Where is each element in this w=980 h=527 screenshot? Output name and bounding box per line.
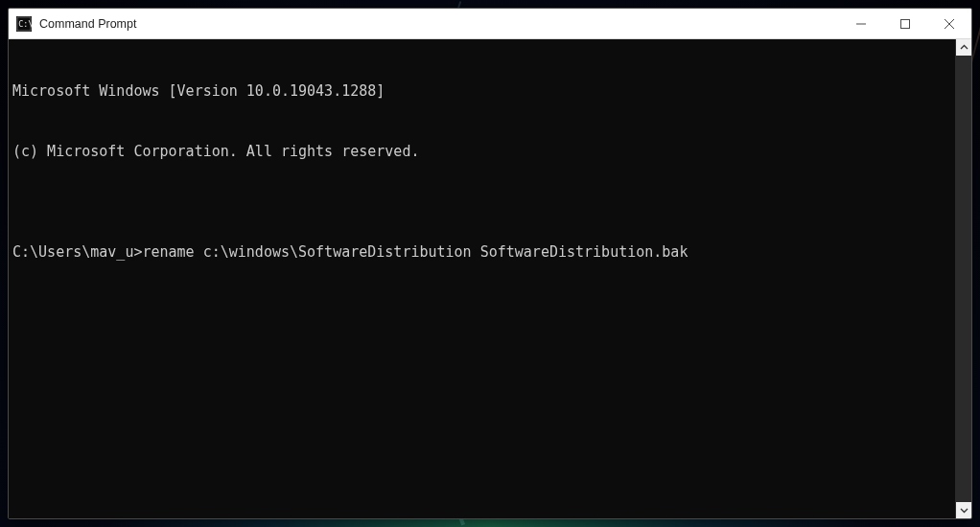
window-title: Command Prompt — [39, 17, 839, 31]
banner-line: (c) Microsoft Corporation. All rights re… — [12, 142, 951, 162]
command-prompt-window: C:\_ Command Prompt Microsoft Windows [V… — [8, 8, 972, 519]
chevron-down-icon — [960, 506, 968, 515]
svg-rect-3 — [901, 20, 910, 29]
terminal-output[interactable]: Microsoft Windows [Version 10.0.19043.12… — [9, 39, 955, 518]
prompt-text: C:\Users\mav_u> — [12, 242, 142, 263]
scroll-track[interactable] — [956, 56, 971, 502]
prompt-line: C:\Users\mav_u>rename c:\windows\Softwar… — [12, 242, 951, 263]
close-button[interactable] — [927, 9, 971, 39]
cmd-app-icon: C:\_ — [16, 16, 32, 32]
scroll-down-button[interactable] — [956, 502, 972, 518]
window-controls — [839, 9, 971, 38]
svg-text:C:\_: C:\_ — [18, 18, 32, 28]
maximize-button[interactable] — [883, 9, 927, 39]
scroll-up-button[interactable] — [956, 39, 972, 56]
vertical-scrollbar[interactable] — [955, 39, 971, 518]
banner-line: Microsoft Windows [Version 10.0.19043.12… — [12, 81, 951, 102]
chevron-up-icon — [960, 43, 968, 52]
minimize-button[interactable] — [839, 9, 883, 39]
command-input[interactable]: rename c:\windows\SoftwareDistribution S… — [142, 242, 688, 263]
client-area: Microsoft Windows [Version 10.0.19043.12… — [9, 39, 971, 518]
titlebar[interactable]: C:\_ Command Prompt — [9, 9, 971, 39]
